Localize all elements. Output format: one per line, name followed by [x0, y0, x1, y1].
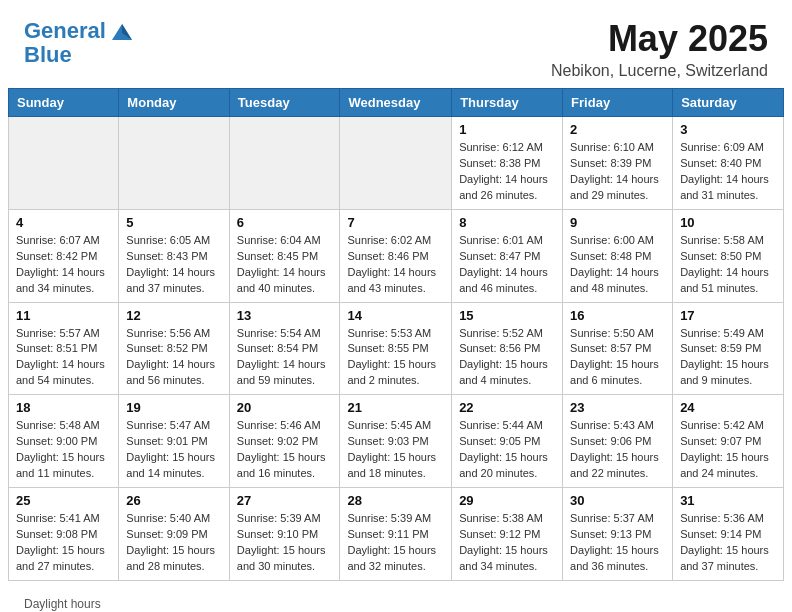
- day-number: 25: [16, 493, 111, 508]
- calendar-body: 1Sunrise: 6:12 AMSunset: 8:38 PMDaylight…: [9, 117, 784, 581]
- day-cell-5: 5Sunrise: 6:05 AMSunset: 8:43 PMDaylight…: [119, 209, 229, 302]
- day-number: 20: [237, 400, 333, 415]
- day-cell-6: 6Sunrise: 6:04 AMSunset: 8:45 PMDaylight…: [229, 209, 340, 302]
- day-info: Sunrise: 5:46 AMSunset: 9:02 PMDaylight:…: [237, 418, 333, 482]
- day-cell-11: 11Sunrise: 5:57 AMSunset: 8:51 PMDayligh…: [9, 302, 119, 395]
- day-info: Sunrise: 5:47 AMSunset: 9:01 PMDaylight:…: [126, 418, 221, 482]
- day-number: 24: [680, 400, 776, 415]
- day-cell-25: 25Sunrise: 5:41 AMSunset: 9:08 PMDayligh…: [9, 488, 119, 581]
- day-info: Sunrise: 5:49 AMSunset: 8:59 PMDaylight:…: [680, 326, 776, 390]
- day-cell-7: 7Sunrise: 6:02 AMSunset: 8:46 PMDaylight…: [340, 209, 452, 302]
- day-info: Sunrise: 6:02 AMSunset: 8:46 PMDaylight:…: [347, 233, 444, 297]
- day-cell-29: 29Sunrise: 5:38 AMSunset: 9:12 PMDayligh…: [452, 488, 563, 581]
- location-title: Nebikon, Lucerne, Switzerland: [551, 62, 768, 80]
- day-info: Sunrise: 6:10 AMSunset: 8:39 PMDaylight:…: [570, 140, 665, 204]
- day-number: 28: [347, 493, 444, 508]
- day-cell-19: 19Sunrise: 5:47 AMSunset: 9:01 PMDayligh…: [119, 395, 229, 488]
- day-info: Sunrise: 5:58 AMSunset: 8:50 PMDaylight:…: [680, 233, 776, 297]
- day-cell-empty-0-1: [119, 117, 229, 210]
- week-row-2: 4Sunrise: 6:07 AMSunset: 8:42 PMDaylight…: [9, 209, 784, 302]
- day-info: Sunrise: 5:38 AMSunset: 9:12 PMDaylight:…: [459, 511, 555, 575]
- day-number: 26: [126, 493, 221, 508]
- day-cell-2: 2Sunrise: 6:10 AMSunset: 8:39 PMDaylight…: [563, 117, 673, 210]
- day-info: Sunrise: 6:05 AMSunset: 8:43 PMDaylight:…: [126, 233, 221, 297]
- day-info: Sunrise: 5:37 AMSunset: 9:13 PMDaylight:…: [570, 511, 665, 575]
- day-cell-10: 10Sunrise: 5:58 AMSunset: 8:50 PMDayligh…: [673, 209, 784, 302]
- day-info: Sunrise: 6:09 AMSunset: 8:40 PMDaylight:…: [680, 140, 776, 204]
- week-row-1: 1Sunrise: 6:12 AMSunset: 8:38 PMDaylight…: [9, 117, 784, 210]
- day-number: 27: [237, 493, 333, 508]
- day-info: Sunrise: 5:39 AMSunset: 9:11 PMDaylight:…: [347, 511, 444, 575]
- week-row-3: 11Sunrise: 5:57 AMSunset: 8:51 PMDayligh…: [9, 302, 784, 395]
- week-row-4: 18Sunrise: 5:48 AMSunset: 9:00 PMDayligh…: [9, 395, 784, 488]
- day-number: 22: [459, 400, 555, 415]
- day-number: 7: [347, 215, 444, 230]
- day-number: 2: [570, 122, 665, 137]
- daylight-label: Daylight hours: [24, 597, 101, 611]
- col-saturday: Saturday: [673, 89, 784, 117]
- day-number: 13: [237, 308, 333, 323]
- day-cell-30: 30Sunrise: 5:37 AMSunset: 9:13 PMDayligh…: [563, 488, 673, 581]
- day-info: Sunrise: 5:44 AMSunset: 9:05 PMDaylight:…: [459, 418, 555, 482]
- day-number: 18: [16, 400, 111, 415]
- day-cell-18: 18Sunrise: 5:48 AMSunset: 9:00 PMDayligh…: [9, 395, 119, 488]
- day-cell-26: 26Sunrise: 5:40 AMSunset: 9:09 PMDayligh…: [119, 488, 229, 581]
- day-cell-3: 3Sunrise: 6:09 AMSunset: 8:40 PMDaylight…: [673, 117, 784, 210]
- day-number: 23: [570, 400, 665, 415]
- day-info: Sunrise: 6:01 AMSunset: 8:47 PMDaylight:…: [459, 233, 555, 297]
- day-cell-empty-0-2: [229, 117, 340, 210]
- day-info: Sunrise: 6:12 AMSunset: 8:38 PMDaylight:…: [459, 140, 555, 204]
- day-cell-1: 1Sunrise: 6:12 AMSunset: 8:38 PMDaylight…: [452, 117, 563, 210]
- day-info: Sunrise: 5:48 AMSunset: 9:00 PMDaylight:…: [16, 418, 111, 482]
- day-number: 29: [459, 493, 555, 508]
- day-cell-14: 14Sunrise: 5:53 AMSunset: 8:55 PMDayligh…: [340, 302, 452, 395]
- day-cell-empty-0-0: [9, 117, 119, 210]
- calendar-wrapper: Sunday Monday Tuesday Wednesday Thursday…: [0, 88, 792, 589]
- day-number: 14: [347, 308, 444, 323]
- day-number: 3: [680, 122, 776, 137]
- day-info: Sunrise: 5:56 AMSunset: 8:52 PMDaylight:…: [126, 326, 221, 390]
- col-friday: Friday: [563, 89, 673, 117]
- day-number: 16: [570, 308, 665, 323]
- day-number: 15: [459, 308, 555, 323]
- calendar-header: Sunday Monday Tuesday Wednesday Thursday…: [9, 89, 784, 117]
- day-cell-13: 13Sunrise: 5:54 AMSunset: 8:54 PMDayligh…: [229, 302, 340, 395]
- day-info: Sunrise: 6:07 AMSunset: 8:42 PMDaylight:…: [16, 233, 111, 297]
- logo: General Blue: [24, 18, 138, 68]
- month-title: May 2025: [551, 18, 768, 60]
- day-number: 30: [570, 493, 665, 508]
- day-cell-12: 12Sunrise: 5:56 AMSunset: 8:52 PMDayligh…: [119, 302, 229, 395]
- day-cell-4: 4Sunrise: 6:07 AMSunset: 8:42 PMDaylight…: [9, 209, 119, 302]
- day-info: Sunrise: 5:41 AMSunset: 9:08 PMDaylight:…: [16, 511, 111, 575]
- page-header: General Blue May 2025 Nebikon, Lucerne, …: [0, 0, 792, 88]
- day-info: Sunrise: 5:54 AMSunset: 8:54 PMDaylight:…: [237, 326, 333, 390]
- day-cell-27: 27Sunrise: 5:39 AMSunset: 9:10 PMDayligh…: [229, 488, 340, 581]
- day-info: Sunrise: 6:04 AMSunset: 8:45 PMDaylight:…: [237, 233, 333, 297]
- day-info: Sunrise: 6:00 AMSunset: 8:48 PMDaylight:…: [570, 233, 665, 297]
- day-info: Sunrise: 5:39 AMSunset: 9:10 PMDaylight:…: [237, 511, 333, 575]
- day-info: Sunrise: 5:52 AMSunset: 8:56 PMDaylight:…: [459, 326, 555, 390]
- title-block: May 2025 Nebikon, Lucerne, Switzerland: [551, 18, 768, 80]
- day-cell-24: 24Sunrise: 5:42 AMSunset: 9:07 PMDayligh…: [673, 395, 784, 488]
- day-info: Sunrise: 5:42 AMSunset: 9:07 PMDaylight:…: [680, 418, 776, 482]
- day-number: 17: [680, 308, 776, 323]
- day-cell-17: 17Sunrise: 5:49 AMSunset: 8:59 PMDayligh…: [673, 302, 784, 395]
- col-thursday: Thursday: [452, 89, 563, 117]
- col-sunday: Sunday: [9, 89, 119, 117]
- day-info: Sunrise: 5:57 AMSunset: 8:51 PMDaylight:…: [16, 326, 111, 390]
- week-row-5: 25Sunrise: 5:41 AMSunset: 9:08 PMDayligh…: [9, 488, 784, 581]
- logo-icon: [108, 18, 136, 46]
- day-number: 4: [16, 215, 111, 230]
- col-wednesday: Wednesday: [340, 89, 452, 117]
- day-info: Sunrise: 5:45 AMSunset: 9:03 PMDaylight:…: [347, 418, 444, 482]
- day-cell-31: 31Sunrise: 5:36 AMSunset: 9:14 PMDayligh…: [673, 488, 784, 581]
- footer: Daylight hours: [0, 589, 792, 612]
- day-number: 12: [126, 308, 221, 323]
- day-cell-28: 28Sunrise: 5:39 AMSunset: 9:11 PMDayligh…: [340, 488, 452, 581]
- day-number: 9: [570, 215, 665, 230]
- day-number: 11: [16, 308, 111, 323]
- day-cell-15: 15Sunrise: 5:52 AMSunset: 8:56 PMDayligh…: [452, 302, 563, 395]
- day-info: Sunrise: 5:36 AMSunset: 9:14 PMDaylight:…: [680, 511, 776, 575]
- logo-general: General: [24, 18, 106, 43]
- day-cell-22: 22Sunrise: 5:44 AMSunset: 9:05 PMDayligh…: [452, 395, 563, 488]
